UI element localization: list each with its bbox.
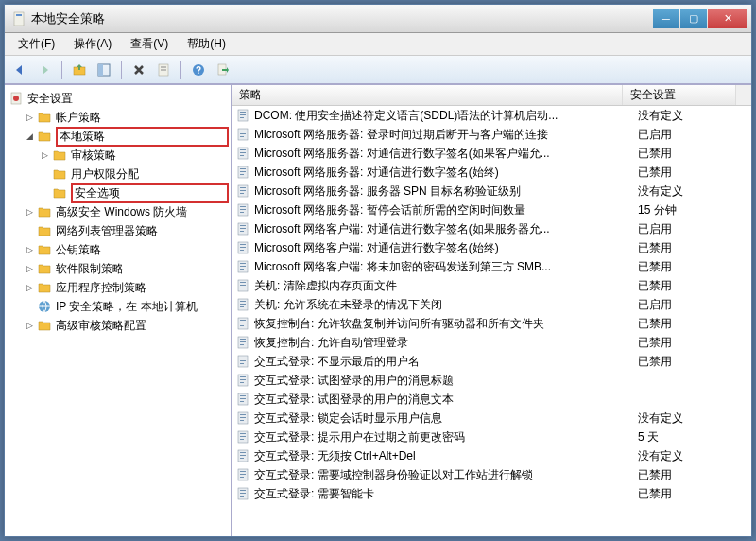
policy-row[interactable]: 恢复控制台: 允许自动管理登录已禁用 <box>232 333 751 352</box>
expand-icon[interactable] <box>24 301 35 312</box>
menu-view[interactable]: 查看(V) <box>121 34 178 54</box>
policy-row[interactable]: 恢复控制台: 允许软盘复制并访问所有驱动器和所有文件夹已禁用 <box>232 314 751 333</box>
menu-action[interactable]: 操作(A) <box>64 34 121 54</box>
tree-item[interactable]: 网络列表管理器策略 <box>7 221 229 240</box>
policy-row[interactable]: 交互式登录: 不显示最后的用户名已禁用 <box>232 352 751 371</box>
tree-item[interactable]: ▷软件限制策略 <box>7 259 229 278</box>
expand-icon[interactable]: ▷ <box>24 244 35 255</box>
tree-item[interactable]: 用户权限分配 <box>7 165 229 183</box>
menu-file[interactable]: 文件(F) <box>9 34 64 54</box>
titlebar[interactable]: 本地安全策略 ─ ▢ ✕ <box>5 5 751 33</box>
tree-item-label: 用户权限分配 <box>71 166 229 183</box>
policy-row[interactable]: 交互式登录: 需要域控制器身份验证以对工作站进行解锁已禁用 <box>232 465 751 484</box>
expand-icon[interactable]: ▷ <box>24 263 35 274</box>
tree-item-label: 公钥策略 <box>56 242 229 258</box>
expand-icon[interactable]: ▷ <box>39 149 50 161</box>
policy-icon <box>235 221 250 236</box>
svg-rect-93 <box>240 477 244 478</box>
tree-item[interactable]: 安全选项 <box>7 183 229 202</box>
svg-rect-39 <box>240 225 246 226</box>
expand-icon[interactable]: ▷ <box>24 282 35 293</box>
policy-icon <box>235 146 250 161</box>
policy-row[interactable]: 交互式登录: 需要智能卡已禁用 <box>232 484 751 503</box>
maximize-button[interactable]: ▢ <box>680 9 707 28</box>
svg-rect-59 <box>240 320 246 321</box>
tree-item[interactable]: ▷公钥策略 <box>7 240 229 259</box>
minimize-button[interactable]: ─ <box>653 9 679 28</box>
menu-help[interactable]: 帮助(H) <box>178 34 235 54</box>
tree-item[interactable]: IP 安全策略，在 本地计算机 <box>7 297 229 316</box>
policy-icon <box>235 410 250 426</box>
tree-item-label: IP 安全策略，在 本地计算机 <box>56 299 229 315</box>
column-header-setting[interactable]: 安全设置 <box>623 85 736 105</box>
policy-row[interactable]: 交互式登录: 试图登录的用户的消息标题 <box>232 371 751 390</box>
list-body[interactable]: DCOM: 使用安全描述符定义语言(SDDL)语法的计算机启动...没有定义Mi… <box>232 106 751 536</box>
tree-item[interactable]: ▷帐户策略 <box>7 108 229 127</box>
policy-icon <box>235 467 250 482</box>
folder-icon <box>37 280 52 295</box>
policy-row[interactable]: Microsoft 网络服务器: 对通信进行数字签名(如果客户端允...已禁用 <box>232 144 751 163</box>
security-icon <box>9 91 24 106</box>
folder-icon <box>52 185 67 201</box>
policy-row[interactable]: 关机: 允许系统在未登录的情况下关闭已启用 <box>232 295 751 314</box>
policy-row[interactable]: DCOM: 使用安全描述符定义语言(SDDL)语法的计算机启动...没有定义 <box>232 106 751 125</box>
policy-row[interactable]: Microsoft 网络服务器: 暂停会话前所需的空闲时间数量15 分钟 <box>232 201 751 219</box>
policy-row[interactable]: 交互式登录: 提示用户在过期之前更改密码5 天 <box>232 428 751 446</box>
scrollbar-spacer <box>736 85 751 105</box>
expand-icon[interactable]: ◢ <box>24 131 35 142</box>
expand-icon[interactable]: ▷ <box>24 206 35 218</box>
up-button[interactable] <box>68 59 91 81</box>
expand-icon[interactable]: ▷ <box>24 320 35 331</box>
column-header-policy[interactable]: 策略 <box>232 85 623 105</box>
export-button[interactable] <box>212 59 234 81</box>
policy-row[interactable]: Microsoft 网络服务器: 登录时间过期后断开与客户端的连接已启用 <box>232 125 751 144</box>
policy-setting: 已禁用 <box>638 335 751 351</box>
svg-rect-72 <box>240 379 246 380</box>
toolbar-separator <box>180 61 181 79</box>
svg-rect-83 <box>240 433 246 434</box>
svg-rect-73 <box>240 382 244 383</box>
expand-icon[interactable] <box>39 168 50 180</box>
properties-button[interactable] <box>152 59 175 81</box>
close-button[interactable]: ✕ <box>708 9 747 28</box>
policy-icon <box>235 127 250 142</box>
policy-setting: 已启用 <box>638 127 751 143</box>
policy-icon <box>235 108 250 123</box>
policy-row[interactable]: Microsoft 网络客户端: 对通信进行数字签名(如果服务器允...已启用 <box>232 219 751 238</box>
policy-icon <box>235 297 250 312</box>
tree-item[interactable]: ◢本地策略 <box>7 127 229 146</box>
svg-rect-81 <box>240 420 244 421</box>
expand-icon[interactable] <box>24 225 35 236</box>
tree-item[interactable]: ▷高级安全 Windows 防火墙 <box>7 202 229 221</box>
svg-rect-35 <box>240 206 246 207</box>
policy-row[interactable]: Microsoft 网络服务器: 服务器 SPN 目标名称验证级别没有定义 <box>232 182 751 201</box>
forward-button[interactable] <box>33 59 56 81</box>
help-button[interactable]: ? <box>187 59 210 81</box>
policy-row[interactable]: 交互式登录: 试图登录的用户的消息文本 <box>232 390 751 409</box>
expand-icon[interactable]: ▷ <box>24 112 35 123</box>
svg-rect-97 <box>240 496 244 497</box>
policy-setting: 没有定义 <box>638 410 751 427</box>
svg-rect-75 <box>240 395 246 396</box>
policy-icon <box>235 448 250 463</box>
policy-name: Microsoft 网络服务器: 服务器 SPN 目标名称验证级别 <box>254 183 638 200</box>
tree-item[interactable]: ▷审核策略 <box>7 146 229 165</box>
svg-rect-15 <box>240 112 246 113</box>
tree-pane[interactable]: 安全设置 ▷帐户策略◢本地策略▷审核策略用户权限分配安全选项▷高级安全 Wind… <box>5 85 232 536</box>
policy-row[interactable]: Microsoft 网络服务器: 对通信进行数字签名(始终)已禁用 <box>232 163 751 182</box>
back-button[interactable] <box>9 59 31 81</box>
folder-icon <box>37 129 52 144</box>
policy-row[interactable]: Microsoft 网络客户端: 对通信进行数字签名(始终)已禁用 <box>232 238 751 257</box>
delete-button[interactable] <box>128 59 150 81</box>
policy-row[interactable]: 交互式登录: 无须按 Ctrl+Alt+Del没有定义 <box>232 446 751 465</box>
show-hide-tree-button[interactable] <box>93 59 115 81</box>
tree-item[interactable]: ▷高级审核策略配置 <box>7 316 229 335</box>
tree-root[interactable]: 安全设置 <box>7 89 229 108</box>
policy-row[interactable]: Microsoft 网络客户端: 将未加密的密码发送到第三方 SMB...已禁用 <box>232 257 751 276</box>
expand-icon[interactable] <box>39 187 50 199</box>
tree-item[interactable]: ▷应用程序控制策略 <box>7 278 229 297</box>
policy-row[interactable]: 关机: 清除虚拟内存页面文件已禁用 <box>232 276 751 295</box>
list-pane: 策略 安全设置 DCOM: 使用安全描述符定义语言(SDDL)语法的计算机启动.… <box>232 85 751 536</box>
policy-row[interactable]: 交互式登录: 锁定会话时显示用户信息没有定义 <box>232 409 751 428</box>
policy-setting: 已启用 <box>638 297 751 313</box>
